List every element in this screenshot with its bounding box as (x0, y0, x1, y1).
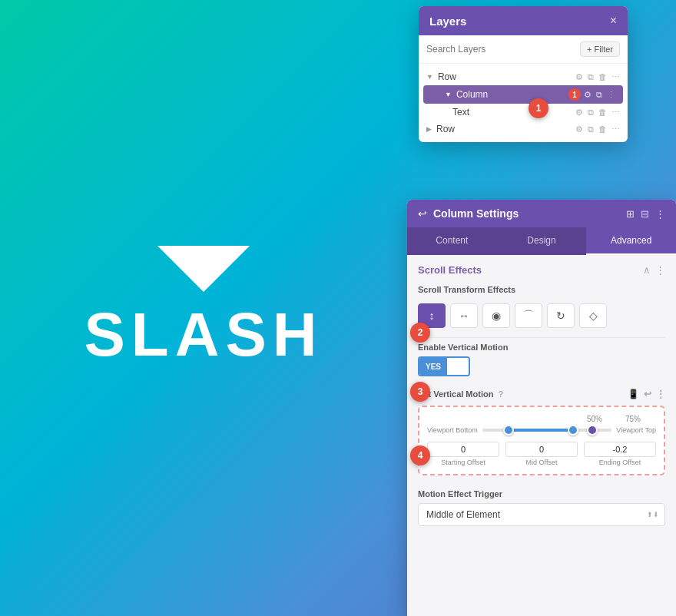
slider-thumb-end[interactable] (587, 425, 598, 436)
starting-offset-field: Starting Offset (427, 442, 499, 466)
starting-offset-input[interactable] (427, 442, 499, 457)
slider-right-label: Viewport Top (616, 426, 656, 434)
tab-design[interactable]: Design (497, 227, 587, 255)
section-more-icon[interactable]: ⋮ (655, 264, 665, 276)
duplicate-icon[interactable]: ⧉ (588, 108, 594, 118)
label-75pct: 75% (625, 415, 641, 423)
motion-reset-icon[interactable]: ↩ (644, 389, 651, 399)
settings-icon[interactable]: ⚙ (575, 108, 583, 118)
offset-row: Starting Offset Mid Offset Ending Offset (427, 442, 656, 466)
motion-more-icon[interactable]: ⋮ (656, 389, 665, 399)
settings-icon[interactable]: ⚙ (584, 90, 592, 100)
logo-text: SLASH (84, 300, 323, 370)
motion-help-icon[interactable]: ? (498, 389, 503, 399)
layer-row-text1[interactable]: Text ⚙ ⧉ 🗑 ⋯ (419, 104, 628, 121)
transform-fade-btn[interactable]: ◉ (482, 303, 510, 328)
trigger-select-wrapper: Middle of Element Top of Element Bottom … (418, 503, 665, 526)
starting-offset-label: Starting Offset (441, 459, 485, 466)
layer-text-icons: ⚙ ⧉ 🗑 ⋯ (575, 108, 620, 118)
motion-header-icons: 📱 ↩ ⋮ (628, 389, 665, 399)
toggle-no (447, 358, 469, 375)
transform-rotate-btn[interactable]: ↻ (547, 303, 575, 328)
settings-panel-title: Column Settings (433, 207, 626, 220)
transform-blur-btn[interactable]: ⌒ (515, 303, 542, 328)
settings-icon[interactable]: ⚙ (575, 72, 583, 82)
section-collapse-icon[interactable]: ∧ (643, 264, 651, 276)
layer-label: Row (438, 71, 572, 82)
delete-icon[interactable]: 🗑 (598, 72, 607, 81)
layer-arrow: ▶ (426, 125, 432, 133)
enable-vertical-label: Enable Vertical Motion (418, 343, 665, 352)
trigger-section: Motion Effect Trigger Middle of Element … (407, 483, 676, 534)
logo-chevron (157, 246, 250, 292)
layer-label: Row (436, 124, 572, 134)
more-icon[interactable]: ⋯ (611, 72, 620, 82)
layer-row-icons: ⚙ ⧉ 🗑 ⋯ (575, 72, 620, 82)
layers-panel: Layers × + Filter ▼ Row ⚙ ⧉ 🗑 ⋯ ▼ Column… (419, 6, 628, 142)
more-icon[interactable]: ⋯ (611, 108, 620, 118)
toggle-row: Enable Vertical Motion YES (407, 338, 676, 384)
tab-content[interactable]: Content (407, 227, 497, 255)
duplicate-icon[interactable]: ⧉ (588, 72, 594, 82)
step-badge-4: 4 (410, 445, 430, 465)
layer-label: Text (452, 107, 572, 118)
expand-icon[interactable]: ⊞ (626, 208, 635, 220)
duplicate-icon[interactable]: ⧉ (596, 90, 602, 100)
layer-arrow: ▼ (426, 73, 433, 81)
scroll-effects-title: Scroll Effects (418, 264, 482, 276)
filter-button[interactable]: + Filter (580, 41, 620, 57)
step-badge-3: 3 (410, 382, 430, 402)
step-badge-1: 1 (529, 98, 548, 118)
layer-label: Column (456, 89, 565, 100)
transform-scale-btn[interactable]: ◇ (579, 303, 607, 328)
settings-header: ↩ Column Settings ⊞ ⊟ ⋮ (407, 200, 676, 227)
ending-offset-label: Ending Offset (599, 459, 641, 466)
mid-offset-label: Mid Offset (526, 459, 558, 466)
slider-fill (509, 429, 573, 432)
layer-row-row1[interactable]: ▼ Row ⚙ ⧉ 🗑 ⋯ (419, 68, 628, 85)
slider-track-wrap: Viewport Bottom Viewport Top (427, 426, 656, 434)
settings-header-actions: ⊞ ⊟ ⋮ (626, 208, 665, 220)
layers-title: Layers (429, 15, 466, 28)
slider-bar[interactable] (482, 429, 611, 432)
settings-back-button[interactable]: ↩ (418, 207, 427, 220)
transform-icons-row: ↕ ↔ ◉ ⌒ ↻ ◇ (407, 300, 676, 337)
trigger-label: Motion Effect Trigger (418, 489, 665, 498)
scroll-transform-label: Scroll Transform Effects (407, 282, 676, 300)
layers-search-input[interactable] (426, 44, 575, 55)
layer-col-icons: ⚙ ⧉ ⋮ (584, 90, 615, 100)
slider-top-labels: 50% 75% (427, 415, 656, 423)
slider-thumb-start[interactable] (503, 425, 514, 436)
layer-row2-icons: ⚙ ⧉ 🗑 ⋯ (575, 124, 620, 134)
ending-offset-field: Ending Offset (584, 442, 656, 466)
more-icon[interactable]: ⋮ (607, 90, 615, 100)
ending-offset-input[interactable] (584, 442, 656, 457)
vertical-motion-toggle[interactable]: YES (418, 356, 470, 376)
delete-icon[interactable]: 🗑 (598, 124, 607, 134)
duplicate-icon[interactable]: ⧉ (588, 124, 594, 134)
layer-badge: 1 (568, 88, 581, 101)
columns-icon[interactable]: ⊟ (641, 208, 649, 220)
layer-row-col1[interactable]: ▼ Column 1 ⚙ ⧉ ⋮ (423, 85, 623, 104)
layers-tree: ▼ Row ⚙ ⧉ 🗑 ⋯ ▼ Column 1 ⚙ ⧉ ⋮ Text ⚙ (419, 64, 628, 142)
section-header-right: ∧ ⋮ (643, 264, 665, 276)
slider-thumb-mid[interactable] (568, 425, 578, 436)
mid-offset-input[interactable] (505, 442, 578, 457)
layers-close-button[interactable]: × (610, 14, 617, 28)
layer-row-row2[interactable]: ▶ Row ⚙ ⧉ 🗑 ⋯ (419, 121, 628, 137)
layer-arrow: ▼ (445, 91, 452, 98)
label-50pct: 50% (587, 415, 602, 423)
more-settings-icon[interactable]: ⋮ (655, 208, 665, 220)
settings-tabs: Content Design Advanced (407, 227, 676, 255)
trigger-select[interactable]: Middle of Element Top of Element Bottom … (418, 503, 665, 526)
scroll-effects-section: Scroll Effects ∧ ⋮ (407, 255, 676, 282)
transform-horizontal-btn[interactable]: ↔ (450, 303, 478, 328)
delete-icon[interactable]: 🗑 (598, 108, 607, 117)
motion-mobile-icon[interactable]: 📱 (628, 389, 639, 399)
mid-offset-field: Mid Offset (505, 442, 578, 466)
settings-icon[interactable]: ⚙ (575, 124, 583, 134)
slider-section: 50% 75% Viewport Bottom Viewport Top Sta… (418, 406, 665, 475)
slider-left-label: Viewport Bottom (427, 426, 478, 434)
more-icon[interactable]: ⋯ (611, 124, 620, 134)
tab-advanced[interactable]: Advanced (586, 227, 676, 255)
